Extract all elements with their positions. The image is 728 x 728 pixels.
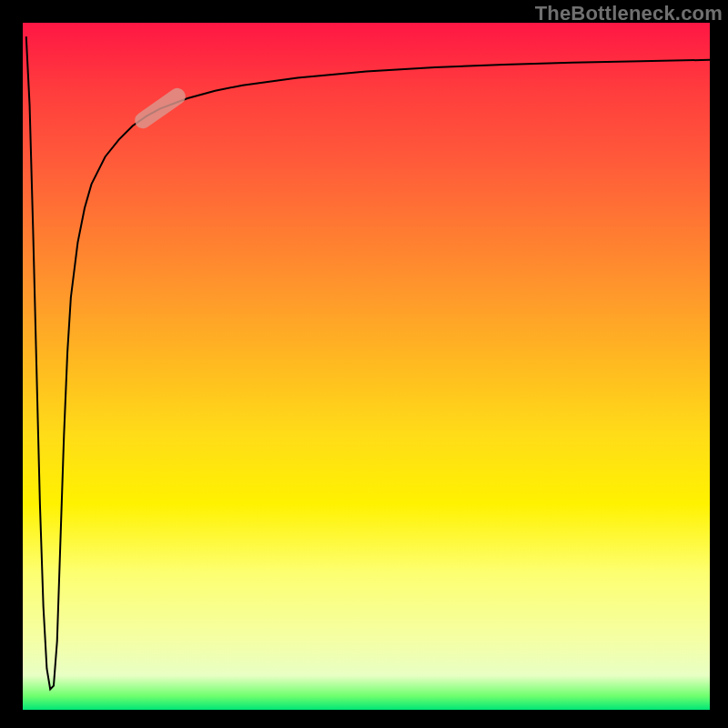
watermark-text: TheBottleneck.com: [535, 2, 723, 25]
chart-container: TheBottleneck.com: [0, 0, 728, 728]
y-axis-band: [0, 0, 23, 728]
x-axis-band: [0, 710, 728, 728]
bottleneck-curve: [23, 23, 710, 710]
